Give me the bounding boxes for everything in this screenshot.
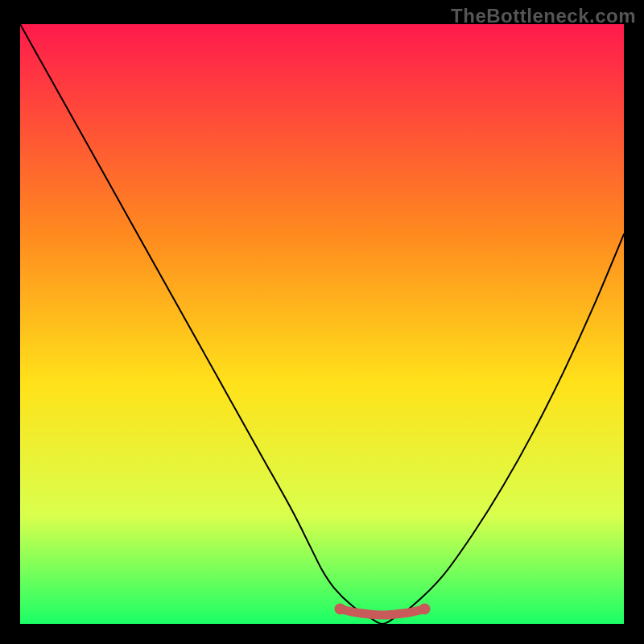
optimum-endpoint-left [335, 603, 346, 614]
watermark-label: TheBottleneck.com [451, 5, 636, 27]
chart-frame: TheBottleneck.com [0, 0, 644, 644]
chart-plot-area [20, 24, 624, 624]
chart-svg [20, 24, 624, 624]
chart-background [20, 24, 624, 624]
optimum-endpoint-right [419, 603, 431, 614]
